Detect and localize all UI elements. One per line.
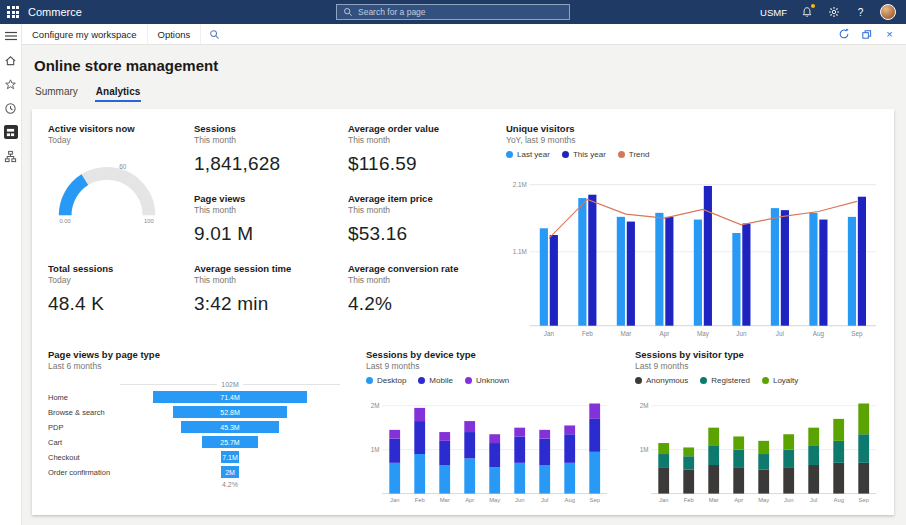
app-name[interactable]: Commerce bbox=[28, 6, 82, 18]
app-launcher-icon[interactable] bbox=[7, 6, 19, 18]
funnel-bar[interactable]: 25.7M bbox=[202, 436, 257, 448]
kpi-subtitle: This month bbox=[348, 205, 494, 215]
kpi-active-visitors: Active visitors now Today 600.00100 bbox=[48, 123, 190, 263]
legend-mobile[interactable]: Mobile bbox=[418, 376, 453, 385]
legend-desktop[interactable]: Desktop bbox=[366, 376, 406, 385]
chart-plot-area[interactable]: 102MHome71.4MBrowse & search52.8MPDP45.3… bbox=[48, 375, 340, 505]
chart-plot-area[interactable]: 2.1M1.1MJanFebMarAprMayJunJulAugSep bbox=[506, 163, 878, 339]
svg-text:Apr: Apr bbox=[734, 497, 743, 503]
recent-clock-icon[interactable] bbox=[4, 101, 18, 115]
funnel-row: Browse & search52.8M bbox=[48, 406, 340, 418]
legend-dot bbox=[762, 377, 769, 384]
funnel-bar[interactable]: 71.4M bbox=[153, 391, 307, 403]
company-picker[interactable]: USMF bbox=[760, 7, 787, 18]
kpi-value: 48.4 K bbox=[48, 293, 190, 315]
funnel-bar[interactable]: 2M bbox=[221, 466, 239, 478]
svg-text:Mar: Mar bbox=[709, 497, 719, 503]
legend-registered[interactable]: Registered bbox=[700, 376, 750, 385]
workspace-search-icon[interactable] bbox=[201, 24, 227, 44]
search-input[interactable] bbox=[358, 7, 563, 17]
svg-text:Mar: Mar bbox=[440, 497, 450, 503]
chart-subtitle: Last 9 months bbox=[635, 361, 878, 371]
tab-analytics[interactable]: Analytics bbox=[95, 84, 141, 102]
active-visitors-gauge[interactable]: 600.00100 bbox=[48, 149, 170, 225]
legend-dot bbox=[618, 151, 625, 158]
chart-subtitle: Last 9 months bbox=[366, 361, 609, 371]
svg-text:Jun: Jun bbox=[784, 497, 793, 503]
svg-text:Feb: Feb bbox=[684, 497, 695, 503]
notifications-bell-icon[interactable] bbox=[799, 5, 814, 20]
funnel-category-label: Browse & search bbox=[48, 408, 120, 417]
help-icon[interactable]: ? bbox=[853, 5, 868, 20]
svg-text:Sep: Sep bbox=[590, 497, 601, 503]
svg-text:60: 60 bbox=[119, 163, 127, 170]
legend-label: Unknown bbox=[476, 376, 509, 385]
svg-text:1M: 1M bbox=[640, 446, 649, 453]
kpi-title: Active visitors now bbox=[48, 123, 190, 134]
legend-label: Mobile bbox=[429, 376, 453, 385]
sessions-by-visitor-type-chart: Sessions by visitor type Last 9 months A… bbox=[635, 349, 878, 505]
legend-dot bbox=[506, 151, 513, 158]
tab-summary[interactable]: Summary bbox=[34, 84, 79, 102]
favorites-star-icon[interactable] bbox=[4, 77, 18, 91]
left-nav-rail bbox=[0, 24, 22, 525]
user-avatar[interactable] bbox=[880, 4, 896, 20]
configure-workspace-button[interactable]: Configure my workspace bbox=[22, 24, 148, 44]
page-title: Online store management bbox=[34, 57, 894, 74]
svg-text:Jan: Jan bbox=[390, 497, 399, 503]
kpi-page-views: Page views This month 9.01 M bbox=[194, 193, 344, 263]
svg-text:May: May bbox=[489, 497, 500, 503]
legend-label: Last year bbox=[517, 150, 550, 159]
legend-trend[interactable]: Trend bbox=[618, 150, 650, 159]
svg-text:2M: 2M bbox=[371, 402, 380, 409]
kpi-value: $116.59 bbox=[348, 153, 494, 175]
funnel-bar[interactable]: 45.3M bbox=[181, 421, 279, 433]
funnel-category-label: Home bbox=[48, 393, 120, 402]
kpi-title: Average order value bbox=[348, 123, 494, 134]
funnel-row: Checkout7.1M bbox=[48, 451, 340, 463]
chart-subtitle: YoY, last 9 months bbox=[506, 135, 878, 145]
current-workspace-icon[interactable] bbox=[4, 125, 18, 139]
modules-hierarchy-icon[interactable] bbox=[4, 149, 18, 163]
kpi-subtitle: This month bbox=[194, 135, 344, 145]
funnel-bar[interactable]: 7.1M bbox=[221, 451, 239, 463]
kpi-title: Average conversion rate bbox=[348, 263, 494, 274]
legend-label: Registered bbox=[711, 376, 750, 385]
kpi-title: Total sessions bbox=[48, 263, 190, 274]
svg-text:Jul: Jul bbox=[776, 330, 785, 337]
kpi-subtitle: This month bbox=[194, 275, 344, 285]
chart-legend: Last yearThis yearTrend bbox=[506, 150, 878, 159]
legend-label: Loyalty bbox=[773, 376, 798, 385]
menu-hamburger-icon[interactable] bbox=[4, 29, 18, 43]
legend-last-year[interactable]: Last year bbox=[506, 150, 550, 159]
chart-plot-area[interactable]: 2M1MJanFebMarAprMayJunJulAugSep bbox=[635, 389, 878, 505]
funnel-max-scale: 102M bbox=[120, 381, 340, 388]
funnel-bar[interactable]: 52.8M bbox=[173, 406, 287, 418]
options-button[interactable]: Options bbox=[148, 24, 202, 44]
funnel-conversion-label: 4.2% bbox=[120, 481, 340, 488]
legend-anonymous[interactable]: Anonymous bbox=[635, 376, 688, 385]
legend-unknown[interactable]: Unknown bbox=[465, 376, 509, 385]
legend-loyalty[interactable]: Loyalty bbox=[762, 376, 798, 385]
global-search[interactable] bbox=[336, 4, 570, 20]
legend-dot bbox=[465, 377, 472, 384]
settings-gear-icon[interactable] bbox=[826, 5, 841, 20]
chart-legend: AnonymousRegisteredLoyalty bbox=[635, 376, 878, 385]
close-icon[interactable]: × bbox=[881, 26, 898, 42]
kpi-average-session-time: Average session time This month 3:42 min bbox=[194, 263, 344, 339]
legend-dot bbox=[700, 377, 707, 384]
legend-dot bbox=[366, 377, 373, 384]
open-in-new-window-icon[interactable] bbox=[858, 26, 875, 42]
sessions-by-device-type-chart: Sessions by device type Last 9 months De… bbox=[366, 349, 609, 505]
svg-text:100: 100 bbox=[144, 218, 154, 224]
svg-text:Aug: Aug bbox=[813, 330, 824, 338]
home-icon[interactable] bbox=[4, 53, 18, 67]
funnel-row: Order confirmation2M bbox=[48, 466, 340, 478]
chart-plot-area[interactable]: 2M1MJanFebMarAprMayJunJulAugSep bbox=[366, 389, 609, 505]
svg-text:Jul: Jul bbox=[541, 497, 548, 503]
page-views-by-page-type-chart: Page views by page type Last 6 months 10… bbox=[48, 349, 340, 505]
legend-this-year[interactable]: This year bbox=[562, 150, 606, 159]
analytics-dashboard-card: Active visitors now Today 600.00100 Sess… bbox=[32, 109, 894, 515]
command-bar: Configure my workspace Options × bbox=[22, 24, 906, 45]
refresh-icon[interactable] bbox=[835, 26, 852, 42]
